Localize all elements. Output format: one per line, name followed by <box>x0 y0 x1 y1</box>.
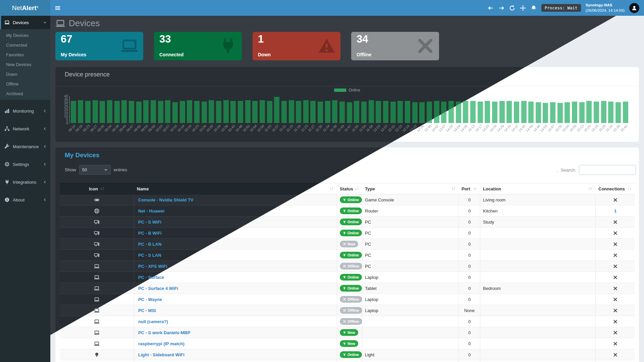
stat-card-connected[interactable]: 33 Connected <box>154 32 242 60</box>
x-axis-tick: 09:34 <box>104 124 112 132</box>
plug-icon <box>219 37 237 55</box>
x-axis-tick: 10:23 <box>191 124 199 132</box>
device-location <box>480 338 596 349</box>
x-axis-tick: 09:14 <box>67 124 76 132</box>
column-header-connections[interactable]: Connections <box>596 183 635 194</box>
chart-bar: 11:15 <box>288 96 295 123</box>
device-name-link[interactable]: PC - MSI <box>134 305 337 316</box>
sidebar-subitem[interactable]: New Devices <box>0 60 50 69</box>
refresh-icon[interactable] <box>509 5 515 11</box>
nav-forward-icon[interactable] <box>498 5 504 11</box>
column-header-type[interactable]: Type <box>362 183 459 194</box>
stat-card-down[interactable]: 1 Down <box>253 32 340 60</box>
stat-cards: 67 My Devices 33 Connected 1 Down 34 Off… <box>55 32 439 60</box>
stat-value: 34 <box>357 33 368 45</box>
chart-bar: 10:46 <box>237 96 244 123</box>
table-row: null (camera?) Offline 0 <box>60 316 635 327</box>
status-badge: New <box>340 340 358 347</box>
search-input[interactable] <box>579 165 636 175</box>
sidebar-item-settings[interactable]: Settings <box>0 158 50 171</box>
x-icon <box>613 275 618 280</box>
laptop-icon <box>94 319 100 324</box>
globe-icon <box>94 208 100 214</box>
device-location <box>480 349 596 360</box>
chart-bar: 09:54 <box>143 96 150 123</box>
desktop-tower-icon <box>94 230 100 236</box>
chart-bar: 15:33 <box>607 96 615 123</box>
device-port: None <box>459 305 480 316</box>
sidebar-subitem[interactable]: Archived <box>0 89 50 99</box>
status-badge: New <box>340 241 358 247</box>
table-row: PC - Surface 4 WiFi Online Tablet 0 Bedr… <box>60 283 635 294</box>
sidebar-item-about[interactable]: About <box>0 193 50 206</box>
sidebar-item-monitoring[interactable]: Monitoring <box>0 104 50 118</box>
x-icon <box>613 253 618 257</box>
x-axis-tick: 10:14 <box>176 124 185 132</box>
sidebar-subitem[interactable]: Favorites <box>0 50 50 60</box>
device-name-link[interactable]: PC - Wayne <box>134 294 337 305</box>
sidebar-item-devices[interactable]: Devices <box>0 16 50 29</box>
stat-value: 1 <box>258 33 264 45</box>
x-axis-tick: 10:34 <box>213 124 221 132</box>
chart-bar: 11:54 <box>360 96 368 123</box>
x-axis-tick: 14:57 <box>547 124 555 132</box>
chart-bar: 10:54 <box>251 96 259 123</box>
process-status-badge: Process: Wait <box>541 4 581 12</box>
connections-link[interactable]: 1 <box>614 208 616 214</box>
x-axis-tick: 14:20 <box>482 124 490 132</box>
device-name-link[interactable]: PC - S work Daniels-MBP <box>134 327 337 338</box>
sidebar-subitem[interactable]: My Devices <box>0 31 50 40</box>
sidebar-item-maintenance[interactable]: Maintenance <box>0 140 50 153</box>
column-header-location[interactable]: Location <box>480 183 596 194</box>
chevron-left-icon <box>43 162 47 166</box>
chart-bar: 09:34 <box>106 96 113 123</box>
status-badge: Online <box>340 219 362 225</box>
x-icon <box>343 264 346 268</box>
device-port: 0 <box>459 316 480 327</box>
y-axis-tick: 0 <box>59 121 68 125</box>
device-name-link[interactable]: null (camera?) <box>134 316 337 327</box>
gear-icon <box>4 162 10 167</box>
sort-icon <box>100 186 105 191</box>
entries-per-page-select[interactable]: 50 <box>79 165 111 175</box>
chart-bar-icon <box>4 108 10 114</box>
x-axis-tick: 14:33 <box>503 124 512 132</box>
sidebar-item-integrations[interactable]: Integrations <box>0 175 50 189</box>
device-name-link[interactable]: Light - Sideboard WiFi <box>134 349 337 360</box>
sidebar-subitem[interactable]: Down <box>0 69 50 79</box>
move-icon[interactable] <box>520 5 526 11</box>
device-port: 0 <box>459 327 480 338</box>
nav-back-icon[interactable] <box>488 5 494 11</box>
sidebar-toggle-button[interactable] <box>50 0 65 16</box>
column-header-icon[interactable]: Icon <box>60 183 134 194</box>
x-axis-tick: 13:48 <box>423 124 432 132</box>
x-axis-tick: 14:40 <box>518 124 526 132</box>
x-axis-tick: 15:29 <box>598 124 606 132</box>
stat-card-my-devices[interactable]: 67 My Devices <box>55 32 143 60</box>
device-type <box>362 327 459 338</box>
x-axis-tick: 15:04 <box>561 124 570 132</box>
sidebar-item-network[interactable]: Network <box>0 122 50 135</box>
x-axis-tick: 09:50 <box>133 124 141 132</box>
device-name-link[interactable]: Light - bedside B WiFi <box>134 360 337 362</box>
chart-bar: 14:20 <box>484 96 491 123</box>
sidebar-subitem[interactable]: Offline <box>0 79 50 89</box>
stat-value: 33 <box>159 33 171 45</box>
x-axis-tick: 15:36 <box>612 124 621 132</box>
x-axis-tick: 09:19 <box>75 124 83 132</box>
device-name-link[interactable]: PC - Surface <box>134 272 337 283</box>
chart-bar: 14:57 <box>549 96 556 123</box>
wrench-icon <box>4 144 10 149</box>
stat-card-offline[interactable]: 34 Offline <box>351 32 439 60</box>
column-header-status[interactable]: Status <box>337 183 362 194</box>
bell-icon[interactable] <box>531 5 537 11</box>
sort-icon <box>329 186 334 191</box>
user-avatar[interactable] <box>629 3 639 13</box>
device-name-link[interactable]: PC - Surface 4 WiFi <box>134 283 337 294</box>
x-axis-tick: 14:04 <box>452 124 461 132</box>
device-name-link[interactable]: raspberrypi (IP match) <box>134 338 337 349</box>
column-header-port[interactable]: Port <box>459 183 480 194</box>
sidebar-subitem[interactable]: Connected <box>0 40 50 50</box>
chart-bar: 10:14 <box>179 96 186 123</box>
x-axis-tick: 15:33 <box>605 124 613 132</box>
